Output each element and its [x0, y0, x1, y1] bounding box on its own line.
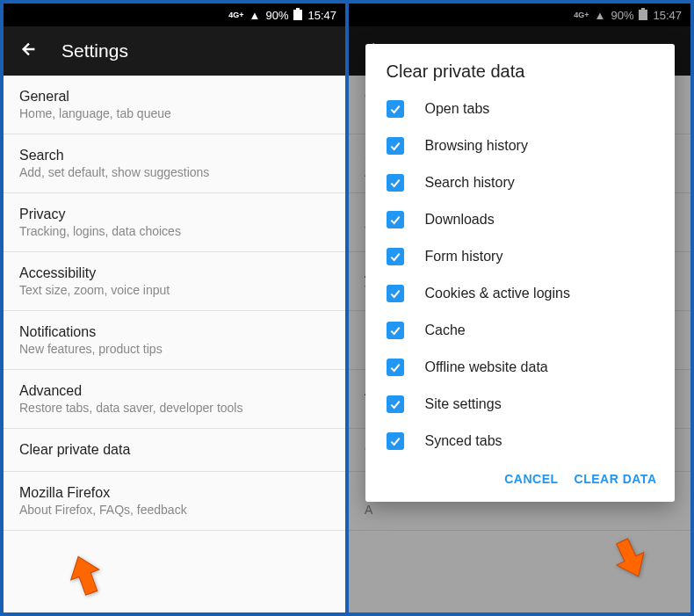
- option-downloads[interactable]: Downloads: [365, 201, 675, 238]
- dialog-actions: CANCEL CLEAR DATA: [365, 460, 675, 493]
- battery-label: 90%: [265, 9, 288, 22]
- option-cache[interactable]: Cache: [365, 312, 675, 349]
- cancel-button[interactable]: CANCEL: [504, 472, 558, 486]
- option-cookies[interactable]: Cookies & active logins: [365, 275, 675, 312]
- phone-right: 4G+ ▲ 90% 15:47 GH SA PT AT NN AR C MA C…: [349, 4, 690, 612]
- back-icon[interactable]: [19, 40, 39, 62]
- network-indicator: 4G+: [228, 11, 243, 19]
- settings-item-accessibility[interactable]: AccessibilityText size, zoom, voice inpu…: [4, 252, 345, 311]
- settings-item-mozilla[interactable]: Mozilla FirefoxAbout Firefox, FAQs, feed…: [4, 472, 345, 531]
- settings-item-clear-private-data[interactable]: Clear private data: [4, 429, 345, 472]
- settings-item-notifications[interactable]: NotificationsNew features, product tips: [4, 311, 345, 370]
- phone-left: 4G+ ▲ 90% 15:47 Settings GeneralHome, la…: [4, 4, 345, 612]
- clear-data-dialog: Clear private data Open tabs Browsing hi…: [365, 44, 675, 502]
- checkbox-icon[interactable]: [387, 211, 404, 228]
- clear-data-button[interactable]: CLEAR DATA: [575, 472, 657, 486]
- settings-item-general[interactable]: GeneralHome, language, tab queue: [4, 76, 345, 134]
- settings-item-advanced[interactable]: AdvancedRestore tabs, data saver, develo…: [4, 370, 345, 429]
- option-browsing-history[interactable]: Browsing history: [365, 127, 675, 164]
- option-open-tabs[interactable]: Open tabs: [365, 91, 675, 127]
- battery-icon: [293, 8, 302, 23]
- clock: 15:47: [307, 9, 336, 22]
- checkbox-icon[interactable]: [387, 174, 404, 192]
- status-bar: 4G+ ▲ 90% 15:47: [4, 4, 345, 26]
- checkbox-icon[interactable]: [387, 322, 404, 339]
- dialog-title: Clear private data: [365, 62, 675, 91]
- app-header: Settings: [4, 26, 345, 76]
- checkbox-icon[interactable]: [387, 137, 404, 155]
- checkbox-icon[interactable]: [387, 285, 404, 302]
- checkbox-icon[interactable]: [387, 100, 404, 118]
- svg-rect-0: [293, 10, 302, 20]
- checkbox-icon[interactable]: [387, 432, 404, 450]
- signal-icon: ▲: [249, 9, 261, 22]
- checkbox-icon[interactable]: [387, 359, 404, 376]
- modal-overlay: Clear private data Open tabs Browsing hi…: [349, 4, 690, 612]
- svg-rect-1: [296, 8, 300, 10]
- option-search-history[interactable]: Search history: [365, 164, 675, 201]
- settings-item-privacy[interactable]: PrivacyTracking, logins, data choices: [4, 193, 345, 252]
- option-synced-tabs[interactable]: Synced tabs: [365, 423, 675, 460]
- option-offline-data[interactable]: Offline website data: [365, 349, 675, 386]
- option-form-history[interactable]: Form history: [365, 238, 675, 275]
- settings-item-search[interactable]: SearchAdd, set default, show suggestions: [4, 134, 345, 193]
- checkbox-icon[interactable]: [387, 395, 404, 413]
- option-site-settings[interactable]: Site settings: [365, 386, 675, 423]
- checkbox-icon[interactable]: [387, 248, 404, 265]
- page-title: Settings: [61, 40, 128, 62]
- settings-list: GeneralHome, language, tab queue SearchA…: [4, 76, 345, 612]
